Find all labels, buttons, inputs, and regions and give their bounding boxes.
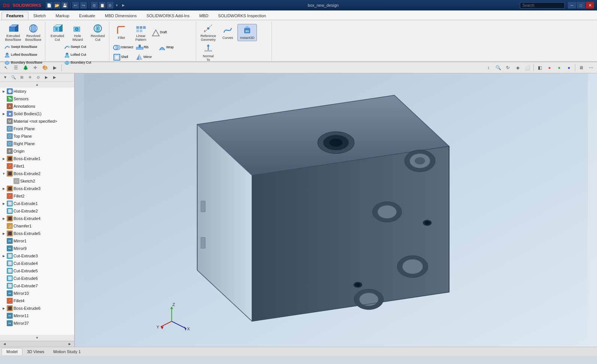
expand-arrow[interactable]: [1, 321, 6, 325]
expand-arrow[interactable]: [1, 134, 6, 138]
tab-3d-views[interactable]: 3D Views: [22, 348, 49, 355]
arrow-right-icon[interactable]: ▶: [121, 2, 127, 9]
rotate-icon[interactable]: ↻: [503, 63, 512, 72]
normal-to-btn[interactable]: NormalTo: [199, 43, 218, 63]
tree-item-boss-extrude1[interactable]: ▶⬛Boss-Extrude1: [0, 155, 74, 162]
expand-arrow[interactable]: [1, 224, 6, 228]
tree-btn[interactable]: 🌲: [21, 63, 30, 72]
tree-item-material[interactable]: MMaterial <not specified>: [0, 117, 74, 125]
tree-item-history[interactable]: ▶🕐History: [0, 88, 74, 95]
more-icon[interactable]: ⋯: [587, 63, 596, 72]
tree-item-cut-extrude6[interactable]: ⬜Cut-Extrude6: [0, 275, 74, 282]
rebuild-icon[interactable]: ⚙: [91, 2, 98, 9]
filter6-icon[interactable]: ▶: [43, 74, 50, 81]
wrap-btn[interactable]: Wrap: [157, 43, 179, 52]
swept-cut-btn[interactable]: Swept Cut: [63, 43, 93, 51]
tree-item-boss-extrude2[interactable]: ▼⬛Boss-Extrude2: [0, 170, 74, 177]
filter4-icon[interactable]: ✛: [26, 74, 34, 81]
new-icon[interactable]: 📄: [46, 2, 52, 9]
tree-item-cut-extrude7[interactable]: ⬜Cut-Extrude7: [0, 282, 74, 290]
tree-item-solid-bodies[interactable]: ▶◆Solid Bodies(1): [0, 110, 74, 117]
tree-item-fillet4[interactable]: ◜Fillet4: [0, 297, 74, 305]
color3-icon[interactable]: ●: [555, 63, 564, 72]
expand-arrow[interactable]: [1, 269, 6, 273]
linear-pattern-btn[interactable]: LinearPattern: [131, 22, 151, 43]
expand-arrow[interactable]: [1, 276, 6, 281]
file-props-icon[interactable]: 📋: [99, 2, 106, 9]
color-btn[interactable]: 🎨: [40, 63, 49, 72]
maximize-btn[interactable]: □: [577, 2, 585, 9]
expand-arrow[interactable]: ▶: [1, 89, 6, 94]
filter-icon[interactable]: ▼: [1, 74, 9, 81]
scroll-down-btn[interactable]: ▼: [0, 335, 74, 341]
mirror-btn[interactable]: Mirror: [134, 52, 157, 62]
expand-arrow[interactable]: [1, 209, 6, 213]
move-btn[interactable]: ✛: [31, 63, 40, 72]
zoom-icon[interactable]: 🔍: [494, 63, 503, 72]
expand-arrow[interactable]: ▶: [1, 156, 6, 161]
tab-motion-study[interactable]: Motion Study 1: [49, 348, 85, 355]
redo-icon[interactable]: ↪: [80, 2, 87, 9]
color4-icon[interactable]: ●: [564, 63, 573, 72]
shell-btn[interactable]: Shell: [112, 52, 134, 62]
box-icon[interactable]: ⬜: [523, 63, 532, 72]
expand-arrow[interactable]: [1, 261, 6, 266]
tab-solidworks-inspection[interactable]: SOLIDWORKS Inspection: [213, 12, 271, 20]
lofted-cut-btn[interactable]: Lofted Cut: [63, 51, 93, 59]
expand-arrow[interactable]: ▶: [1, 306, 6, 311]
expand-arrow[interactable]: [1, 194, 6, 198]
expand-arrow[interactable]: [8, 179, 13, 183]
options-icon[interactable]: ⚙: [107, 2, 113, 9]
expand-arrow[interactable]: ▶: [1, 201, 6, 206]
close-btn[interactable]: ✕: [586, 2, 594, 9]
tree-item-cut-extrude1[interactable]: ▶⬜Cut-Extrude1: [0, 200, 74, 207]
tab-sketch[interactable]: Sketch: [28, 12, 51, 20]
nav-back-btn[interactable]: ◀: [1, 342, 7, 347]
3d-viewport[interactable]: X Z Y: [75, 73, 597, 347]
filter3-icon[interactable]: ⊞: [18, 74, 25, 81]
expand-arrow[interactable]: [1, 284, 6, 288]
tree-item-sensors[interactable]: 📡Sensors: [0, 95, 74, 103]
intersect-btn[interactable]: Intersect: [112, 43, 134, 52]
expand-arrow[interactable]: [1, 119, 6, 123]
revolved-cut-btn[interactable]: RevolvedCut: [88, 22, 107, 43]
list-btn[interactable]: ☰: [11, 63, 20, 72]
revolved-boss-btn[interactable]: RevolvedBoss/Base: [24, 22, 43, 43]
tree-item-cut-extrude5[interactable]: ⬜Cut-Extrude5: [0, 267, 74, 275]
search-input[interactable]: [520, 2, 565, 9]
expand-arrow[interactable]: [1, 104, 6, 108]
lofted-boss-btn[interactable]: Lofted Boss/Base: [3, 51, 43, 59]
pan-icon[interactable]: ↕: [484, 63, 493, 72]
expand-arrow[interactable]: [1, 239, 6, 243]
tree-item-mirror1[interactable]: ⇔Mirror1: [0, 237, 74, 245]
expand-arrow[interactable]: [1, 246, 6, 251]
tree-item-sketch2[interactable]: □Sketch2: [0, 177, 74, 185]
minimize-btn[interactable]: ─: [568, 2, 576, 9]
nav-forward-btn[interactable]: ▶: [67, 342, 73, 347]
filter2-icon[interactable]: 🔍: [10, 74, 17, 81]
arrow-down-icon[interactable]: ▼: [115, 2, 119, 9]
expand-arrow[interactable]: [1, 126, 6, 131]
expand-arrow[interactable]: ▶: [1, 231, 6, 236]
view3d-icon[interactable]: ◈: [513, 63, 522, 72]
undo-icon[interactable]: ↩: [72, 2, 79, 9]
tree-item-origin[interactable]: ✛Origin: [0, 147, 74, 155]
expand-arrow[interactable]: [1, 299, 6, 303]
tab-model[interactable]: Model: [1, 348, 22, 355]
tab-features[interactable]: Features: [1, 12, 28, 20]
scroll-up-btn[interactable]: ▲: [0, 82, 74, 88]
tab-mbd[interactable]: MBD: [194, 12, 213, 20]
tree-item-cut-extrude3[interactable]: ▶⬜Cut-Extrude3: [0, 252, 74, 260]
tree-item-boss-extrude4[interactable]: ▶⬛Boss-Extrude4: [0, 215, 74, 222]
tree-item-mirror10[interactable]: ⇔Mirror10: [0, 290, 74, 297]
filter5-icon[interactable]: ⊙: [34, 74, 42, 81]
extruded-boss-btn[interactable]: ExtrudedBoss/Base: [3, 22, 23, 43]
tree-item-fillet2[interactable]: ◜Fillet2: [0, 192, 74, 200]
tree-item-boss-extrude5[interactable]: ▶⬛Boss-Extrude5: [0, 230, 74, 237]
tree-item-mirror37[interactable]: ⇔Mirror37: [0, 319, 74, 327]
tab-solidworks-addins[interactable]: SOLIDWORKS Add-Ins: [142, 12, 194, 20]
expand-arrow[interactable]: [1, 97, 6, 101]
swept-boss-btn[interactable]: Swept Boss/Base: [3, 43, 43, 51]
instant3d-btn[interactable]: 3D Instant3D: [237, 24, 257, 41]
boundary-cut-btn[interactable]: Boundary Cut: [63, 59, 93, 67]
